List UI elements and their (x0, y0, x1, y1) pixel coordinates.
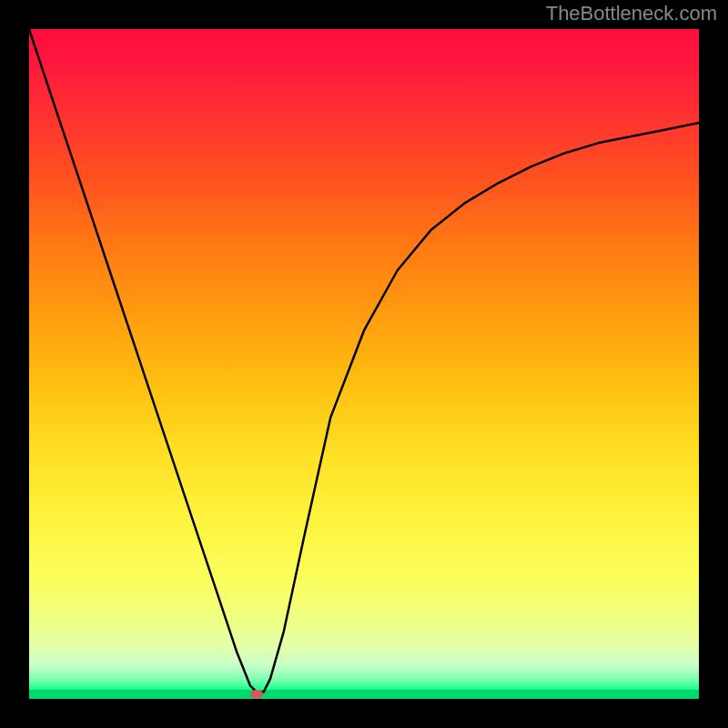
optimal-point-marker (250, 690, 263, 699)
chart-curve-svg (29, 29, 699, 699)
chart-plot-area (29, 29, 699, 699)
watermark-text: TheBottleneck.com (546, 2, 717, 25)
bottleneck-curve-line (29, 29, 699, 693)
